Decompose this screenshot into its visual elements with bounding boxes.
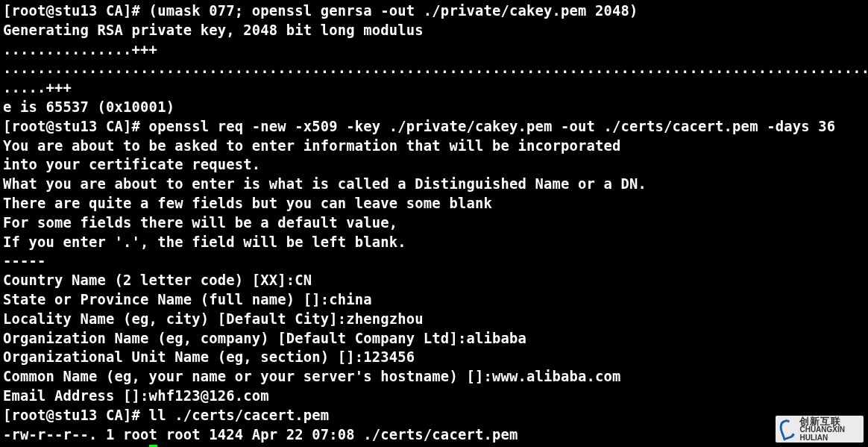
- terminal-line: Organization Name (eg, company) [Default…: [3, 331, 526, 346]
- terminal-line: into your certificate request.: [3, 157, 260, 172]
- terminal-line: ...............+++: [3, 42, 157, 57]
- terminal-line: [root@stu13 CA]# ll ./certs/cacert.pem: [3, 407, 329, 423]
- terminal-line: If you enter '.', the field will be left…: [3, 234, 406, 250]
- terminal-line: Email Address []:whf123@126.com: [3, 388, 269, 404]
- terminal-line: e is 65537 (0x10001): [3, 99, 174, 115]
- watermark-brand-cn: 创新互联: [799, 417, 859, 425]
- watermark-text: 创新互联 CHUANGXIN HULIAN: [799, 417, 859, 442]
- terminal-line: -----: [3, 253, 46, 269]
- terminal-line: [root@stu13 CA]# (umask 077; openssl gen…: [3, 3, 638, 19]
- terminal-line: Locality Name (eg, city) [Default City]:…: [3, 311, 424, 327]
- terminal-line: What you are about to enter is what is c…: [3, 176, 647, 192]
- watermark-badge: 创新互联 CHUANGXIN HULIAN: [776, 416, 864, 443]
- watermark-logo-icon: [780, 419, 795, 439]
- terminal-line: Country Name (2 letter code) [XX]:CN: [3, 272, 312, 288]
- terminal-output[interactable]: [root@stu13 CA]# (umask 077; openssl gen…: [0, 0, 868, 447]
- terminal-line: Generating RSA private key, 2048 bit lon…: [3, 22, 424, 38]
- terminal-line: There are quite a few fields but you can…: [3, 196, 492, 211]
- terminal-line: State or Province Name (full name) []:ch…: [3, 292, 372, 307]
- terminal-line: ........................................…: [3, 60, 868, 76]
- terminal-line: [root@stu13 CA]# openssl req -new -x509 …: [3, 119, 835, 134]
- terminal-line: -rw-r--r--. 1 root root 1424 Apr 22 07:0…: [3, 427, 518, 443]
- terminal-line: You are about to be asked to enter infor…: [3, 138, 621, 154]
- watermark-brand-en: CHUANGXIN HULIAN: [799, 425, 859, 442]
- terminal-line: For some fields there will be a default …: [3, 215, 397, 231]
- terminal-line: .....+++: [3, 80, 72, 96]
- terminal-line: Organizational Unit Name (eg, section) […: [3, 349, 415, 365]
- terminal-line: Common Name (eg, your name or your serve…: [3, 369, 621, 384]
